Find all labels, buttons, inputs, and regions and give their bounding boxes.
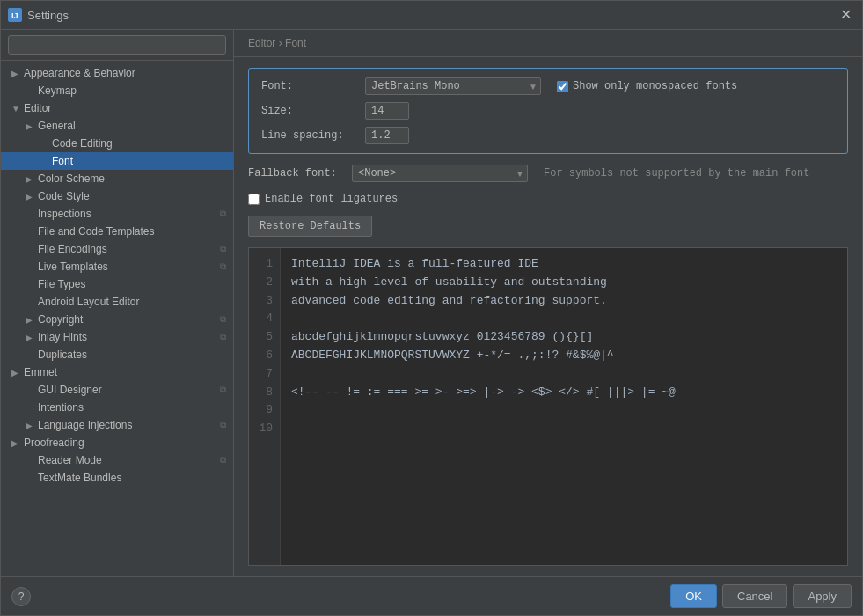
sidebar-item-font[interactable]: Font <box>1 152 233 170</box>
sidebar-item-copyright[interactable]: ▶ Copyright ⧉ <box>1 311 233 328</box>
sidebar-item-duplicates[interactable]: Duplicates <box>1 346 233 363</box>
expand-arrow: ▶ <box>26 315 36 325</box>
monospaced-checkbox-wrapper: Show only monospaced fonts <box>557 80 737 92</box>
font-select[interactable]: JetBrains Mono Consolas Courier New Mona… <box>365 77 541 95</box>
sidebar-item-label: Keymap <box>38 84 77 97</box>
copy-icon: ⧉ <box>220 314 226 325</box>
sidebar-item-label: Copyright <box>38 313 83 326</box>
line-number: 9 <box>256 401 273 420</box>
preview-area: 1 2 3 4 5 6 7 8 9 10 IntelliJ IDEA is a … <box>248 247 848 566</box>
copy-icon: ⧉ <box>220 244 226 254</box>
line-number: 4 <box>256 310 273 328</box>
sidebar-item-file-types[interactable]: File Types <box>1 275 233 293</box>
expand-arrow: ▶ <box>26 174 36 184</box>
sidebar-item-intentions[interactable]: Intentions <box>1 399 233 416</box>
sidebar-item-general[interactable]: ▶ General <box>1 117 233 135</box>
sidebar-item-label: Font <box>52 155 73 167</box>
sidebar-item-label: Emmet <box>24 366 57 378</box>
size-input[interactable] <box>365 102 409 120</box>
font-select-wrapper: JetBrains Mono Consolas Courier New Mona… <box>365 77 541 95</box>
title-bar: IJ Settings ✕ <box>1 1 862 30</box>
bottom-bar: ? OK Cancel Apply <box>1 576 862 615</box>
ligatures-row: Enable font ligatures <box>248 193 848 205</box>
line-spacing-input[interactable] <box>365 127 409 144</box>
sidebar-item-reader-mode[interactable]: Reader Mode ⧉ <box>1 451 233 469</box>
close-button[interactable]: ✕ <box>837 6 855 24</box>
settings-tree: ▶ Appearance & Behavior Keymap ▼ Editor … <box>1 61 233 576</box>
monospaced-label: Show only monospaced fonts <box>573 80 737 92</box>
sidebar-item-label: Inspections <box>38 208 91 220</box>
sidebar-item-language-injections[interactable]: ▶ Language Injections ⧉ <box>1 416 233 434</box>
breadcrumb-path: Editor <box>248 37 275 49</box>
ligatures-checkbox[interactable] <box>248 194 260 205</box>
breadcrumb-current: Font <box>285 37 306 49</box>
fallback-select[interactable]: <None> <box>352 165 528 182</box>
line-numbers: 1 2 3 4 5 6 7 8 9 10 <box>249 248 281 565</box>
sidebar-item-label: Live Templates <box>38 260 108 273</box>
sidebar-item-label: Proofreading <box>24 436 84 449</box>
svg-text:IJ: IJ <box>11 11 18 20</box>
sidebar-item-gui-designer[interactable]: GUI Designer ⧉ <box>1 381 233 399</box>
sidebar-item-file-code-templates[interactable]: File and Code Templates <box>1 223 233 240</box>
sidebar-item-textmate-bundles[interactable]: TextMate Bundles <box>1 469 233 487</box>
sidebar-item-label: Code Editing <box>52 137 113 150</box>
ok-button[interactable]: OK <box>670 584 717 608</box>
line-number: 3 <box>256 292 273 311</box>
cancel-button[interactable]: Cancel <box>722 584 787 608</box>
copy-icon: ⧉ <box>220 420 226 430</box>
sidebar-item-label: Reader Mode <box>38 454 102 466</box>
panel-body: Font: JetBrains Mono Consolas Courier Ne… <box>234 57 862 576</box>
sidebar-item-emmet[interactable]: ▶ Emmet <box>1 363 233 381</box>
fallback-hint: For symbols not supported by the main fo… <box>544 167 809 180</box>
preview-code: IntelliJ IDEA is a full-featured IDE wit… <box>281 248 847 565</box>
app-icon: IJ <box>8 8 22 22</box>
help-button[interactable]: ? <box>11 587 31 606</box>
breadcrumb: Editor › Font <box>234 30 862 57</box>
sidebar-item-editor[interactable]: ▼ Editor <box>1 99 233 117</box>
line-number: 6 <box>256 347 273 365</box>
main-content: ▶ Appearance & Behavior Keymap ▼ Editor … <box>1 30 862 576</box>
restore-defaults-wrapper: Restore Defaults <box>248 216 848 237</box>
copy-icon: ⧉ <box>220 261 226 272</box>
sidebar-item-label: Intentions <box>38 401 84 414</box>
search-input[interactable] <box>8 35 226 55</box>
restore-defaults-button[interactable]: Restore Defaults <box>248 216 372 237</box>
window-title: Settings <box>27 9 837 22</box>
fallback-row: Fallback font: <None> ▼ For symbols not … <box>248 165 848 182</box>
expand-arrow: ▶ <box>26 121 36 131</box>
font-field-label: Font: <box>261 80 358 92</box>
sidebar-item-label: Appearance & Behavior <box>24 67 135 79</box>
sidebar-item-label: TextMate Bundles <box>38 472 121 484</box>
copy-icon: ⧉ <box>220 385 226 395</box>
font-settings-box: Font: JetBrains Mono Consolas Courier Ne… <box>248 68 848 154</box>
copy-icon: ⧉ <box>220 209 226 219</box>
line-number: 8 <box>256 384 273 402</box>
sidebar-item-color-scheme[interactable]: ▶ Color Scheme <box>1 170 233 187</box>
sidebar-item-label: Duplicates <box>38 348 87 361</box>
sidebar-item-code-editing[interactable]: Code Editing <box>1 135 233 152</box>
monospaced-checkbox[interactable] <box>557 81 568 92</box>
expand-arrow: ▶ <box>26 192 36 202</box>
sidebar-item-live-templates[interactable]: Live Templates ⧉ <box>1 258 233 275</box>
apply-button[interactable]: Apply <box>793 584 852 608</box>
sidebar-item-label: GUI Designer <box>38 384 102 396</box>
sidebar-item-appearance[interactable]: ▶ Appearance & Behavior <box>1 64 233 82</box>
sidebar-item-label: Inlay Hints <box>38 331 87 343</box>
expand-arrow: ▶ <box>11 438 22 448</box>
sidebar-item-proofreading[interactable]: ▶ Proofreading <box>1 434 233 451</box>
font-row: Font: JetBrains Mono Consolas Courier Ne… <box>261 77 835 95</box>
expand-arrow: ▶ <box>26 421 36 430</box>
sidebar-item-android-layout-editor[interactable]: Android Layout Editor <box>1 293 233 311</box>
line-number: 10 <box>256 420 273 438</box>
sidebar-item-inlay-hints[interactable]: ▶ Inlay Hints ⧉ <box>1 328 233 346</box>
fallback-label: Fallback font: <box>248 167 345 180</box>
sidebar-item-code-style[interactable]: ▶ Code Style <box>1 187 233 205</box>
search-box <box>1 30 233 61</box>
right-panel: Editor › Font Font: JetBrains Mono Conso… <box>234 30 862 576</box>
size-row: Size: <box>261 102 835 120</box>
line-number: 1 <box>256 255 273 274</box>
sidebar-item-keymap[interactable]: Keymap <box>1 82 233 99</box>
sidebar-item-inspections[interactable]: Inspections ⧉ <box>1 205 233 223</box>
expand-arrow: ▶ <box>11 368 22 378</box>
sidebar-item-file-encodings[interactable]: File Encodings ⧉ <box>1 240 233 258</box>
